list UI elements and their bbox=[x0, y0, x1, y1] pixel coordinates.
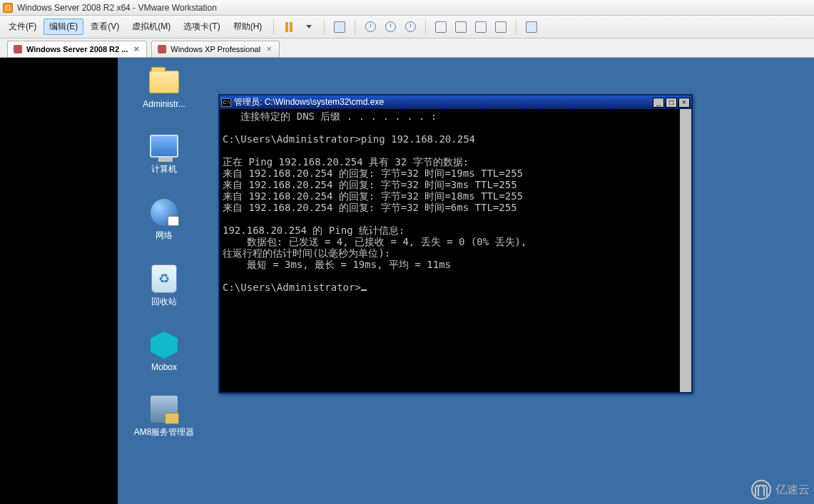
pause-button[interactable] bbox=[283, 21, 295, 34]
watermark-text: 亿速云 bbox=[775, 483, 810, 498]
menu-tabs[interactable]: 选项卡(T) bbox=[178, 19, 225, 35]
send-ctrl-alt-del-button[interactable] bbox=[333, 21, 346, 34]
cmd-output[interactable]: 连接特定的 DNS 后缀 . . . . . . . : C:\Users\Ad… bbox=[220, 109, 680, 392]
computer-icon bbox=[150, 135, 178, 158]
desktop-icon-label: 网络 bbox=[156, 230, 173, 242]
close-button[interactable]: × bbox=[678, 98, 690, 108]
power-dropdown[interactable] bbox=[302, 21, 315, 34]
minimize-button[interactable]: _ bbox=[653, 98, 664, 108]
snapshot-button[interactable] bbox=[364, 21, 377, 34]
cmd-title: 管理员: C:\Windows\system32\cmd.exe bbox=[234, 96, 653, 108]
fullscreen-button[interactable] bbox=[525, 21, 538, 34]
vm-tab-windows-xp[interactable]: Windows XP Professional × bbox=[151, 41, 280, 57]
desktop-icon-network[interactable]: 网络 bbox=[132, 197, 196, 242]
desktop-icon-label: 计算机 bbox=[151, 163, 177, 175]
desktop-icon-computer[interactable]: 计算机 bbox=[132, 130, 196, 175]
toolbar-separator bbox=[516, 19, 517, 35]
menu-vm[interactable]: 虚拟机(M) bbox=[126, 19, 176, 35]
recycle-bin-icon bbox=[151, 264, 177, 293]
desktop-icon-label: AM8服务管理器 bbox=[134, 426, 195, 438]
vmware-titlebar[interactable]: □ Windows Server 2008 R2 x64 - VMware Wo… bbox=[0, 0, 814, 16]
vmware-menubar: 文件(F) 编辑(E) 查看(V) 虚拟机(M) 选项卡(T) 帮助(H) bbox=[0, 16, 814, 38]
folder-icon bbox=[149, 71, 179, 93]
cmd-titlebar[interactable]: C:\ 管理员: C:\Windows\system32\cmd.exe _ □… bbox=[220, 96, 691, 109]
menu-file[interactable]: 文件(F) bbox=[3, 19, 42, 35]
cmd-app-icon: C:\ bbox=[221, 98, 231, 107]
console-view-button[interactable] bbox=[474, 21, 487, 34]
vmware-tabstrip: Windows Server 2008 R2 ... × Windows XP … bbox=[0, 38, 814, 58]
unity-button[interactable] bbox=[434, 21, 447, 34]
toolbar-separator bbox=[324, 19, 325, 35]
cmd-body-wrap: 连接特定的 DNS 后缀 . . . . . . . : C:\Users\Ad… bbox=[220, 109, 691, 392]
thumbnail-button[interactable] bbox=[454, 21, 467, 34]
cmd-cursor bbox=[361, 289, 367, 291]
toolbar-separator bbox=[425, 19, 426, 35]
vm-tab-label: Windows Server 2008 R2 ... bbox=[26, 45, 128, 53]
tab-close-icon[interactable]: × bbox=[265, 45, 273, 53]
viewport-letterbox bbox=[0, 58, 118, 504]
vm-tab-icon bbox=[14, 45, 22, 53]
menu-view[interactable]: 查看(V) bbox=[85, 19, 125, 35]
server-manager-icon bbox=[150, 395, 178, 423]
desktop-icon-label: Mobox bbox=[151, 362, 177, 372]
cmd-scrollbar[interactable] bbox=[680, 109, 691, 392]
vm-tab-windows-server-2008[interactable]: Windows Server 2008 R2 ... × bbox=[7, 41, 147, 57]
tab-close-icon[interactable]: × bbox=[132, 45, 141, 53]
mobox-icon bbox=[151, 331, 178, 359]
vmware-title: Windows Server 2008 R2 x64 - VMware Work… bbox=[17, 3, 217, 13]
vmware-window: □ Windows Server 2008 R2 x64 - VMware Wo… bbox=[0, 0, 814, 504]
vm-viewport: Administr... 计算机 网络 回收站 Mobox bbox=[0, 58, 814, 504]
cmd-window[interactable]: C:\ 管理员: C:\Windows\system32\cmd.exe _ □… bbox=[218, 94, 693, 394]
maximize-button[interactable]: □ bbox=[666, 98, 677, 108]
vmware-app-icon: □ bbox=[3, 3, 13, 13]
toolbar-separator bbox=[273, 19, 274, 35]
menu-edit[interactable]: 编辑(E) bbox=[44, 19, 83, 35]
guest-desktop[interactable]: Administr... 计算机 网络 回收站 Mobox bbox=[118, 58, 814, 504]
revert-snapshot-button[interactable] bbox=[384, 21, 397, 34]
desktop-icon-label: 回收站 bbox=[151, 296, 177, 308]
watermark: 亿速云 bbox=[751, 480, 810, 500]
watermark-logo-icon bbox=[751, 480, 771, 500]
vm-tab-icon bbox=[158, 45, 166, 53]
vm-tab-label: Windows XP Professional bbox=[171, 45, 260, 53]
snapshot-manager-button[interactable] bbox=[404, 21, 417, 34]
network-icon bbox=[151, 199, 178, 226]
desktop-icon-recycle-bin[interactable]: 回收站 bbox=[132, 263, 196, 308]
menu-help[interactable]: 帮助(H) bbox=[228, 19, 268, 35]
desktop-icons: Administr... 计算机 网络 回收站 Mobox bbox=[121, 66, 207, 438]
desktop-icon-mobox[interactable]: Mobox bbox=[132, 329, 196, 372]
desktop-icon-label: Administr... bbox=[143, 99, 185, 109]
desktop-icon-am8-server-manager[interactable]: AM8服务管理器 bbox=[132, 394, 196, 438]
multiple-monitors-button[interactable] bbox=[494, 21, 507, 34]
desktop-icon-administrator[interactable]: Administr... bbox=[132, 66, 196, 109]
toolbar-separator bbox=[355, 19, 355, 35]
